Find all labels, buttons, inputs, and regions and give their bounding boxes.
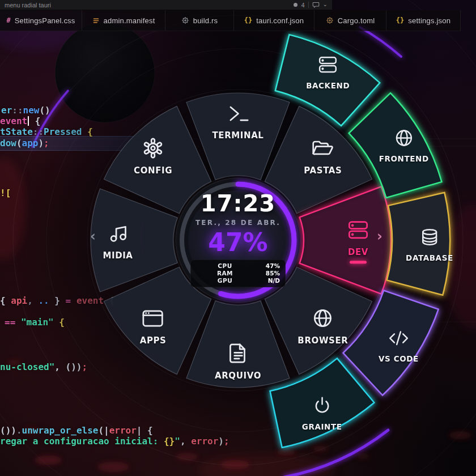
title-bar: menu radial tauri 4 ⌄ — [0, 0, 332, 10]
window-title: menu radial tauri — [5, 2, 294, 8]
cargo-gear-icon — [326, 16, 334, 24]
tab-label: tauri.conf.json — [256, 16, 304, 25]
chevron-down-icon[interactable]: ⌄ — [323, 1, 328, 7]
tab-settingspanel-css[interactable]: #SettingsPanel.css — [0, 10, 82, 31]
submenu-segment-database[interactable] — [387, 193, 450, 295]
radial-menu — [0, 0, 476, 476]
tab-label: Cargo.toml — [338, 16, 375, 25]
list-icon — [92, 17, 100, 24]
tab-settings-json[interactable]: {}settings.json — [386, 10, 461, 31]
tab-label: admin.manifest — [104, 16, 155, 25]
tab-label: settings.json — [408, 16, 450, 25]
braces-icon: {} — [396, 16, 404, 24]
divider — [308, 2, 309, 8]
tab-bar: #SettingsPanel.cssadmin.manifestbuild.rs… — [0, 10, 461, 31]
rust-gear-icon — [181, 16, 189, 24]
next-page-chevron-icon[interactable]: › — [377, 228, 382, 244]
tab-build-rs[interactable]: build.rs — [165, 10, 234, 31]
tab-label: SettingsPanel.css — [15, 16, 75, 25]
badge-count: 4 — [301, 2, 304, 8]
braces-icon: {} — [244, 16, 252, 24]
record-dot-icon — [294, 3, 298, 7]
comment-bubble-icon[interactable] — [312, 1, 320, 8]
tab-tauri-conf-json[interactable]: {}tauri.conf.json — [234, 10, 314, 31]
tab-label: build.rs — [193, 16, 218, 25]
tab-cargo-toml[interactable]: Cargo.toml — [314, 10, 386, 31]
hash-icon: # — [7, 16, 11, 24]
prev-page-chevron-icon[interactable]: ‹ — [90, 228, 96, 244]
tab-admin-manifest[interactable]: admin.manifest — [82, 10, 165, 31]
